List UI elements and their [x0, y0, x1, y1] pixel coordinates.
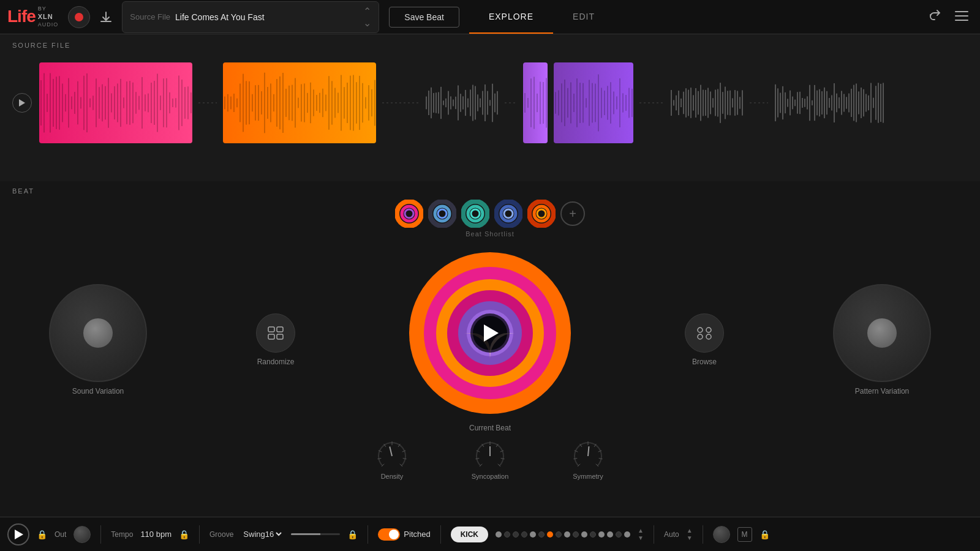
auto-arrow-up[interactable]: ▲: [687, 528, 693, 534]
auto-arrow-down[interactable]: ▼: [687, 535, 693, 541]
tempo-lock-icon[interactable]: 🔒: [179, 530, 189, 539]
beat-dot-8[interactable]: [556, 531, 562, 538]
transport-lock-icon[interactable]: 🔒: [37, 530, 47, 539]
logo-by-text: BY: [38, 6, 59, 13]
svg-rect-16: [268, 327, 274, 332]
source-file-selector[interactable]: Source File Life Comes At You Fast ⌃⌄: [122, 1, 379, 33]
waveform-container: [12, 54, 968, 152]
beat-dot-2[interactable]: [504, 531, 510, 538]
out-label: Out: [55, 530, 66, 539]
svg-rect-17: [277, 327, 283, 332]
randomize-label: Randomize: [257, 358, 295, 366]
pitched-toggle-switch[interactable]: [378, 528, 400, 541]
beat-circle[interactable]: [404, 247, 576, 419]
shortlist-item-5[interactable]: [527, 200, 556, 228]
record-button[interactable]: [68, 6, 90, 28]
auto-arrows[interactable]: ▲ ▼: [687, 528, 693, 541]
separator-2: [199, 525, 200, 544]
beat-dot-3[interactable]: [513, 531, 519, 538]
knob-indicator: [83, 318, 113, 348]
tempo-value: 110 bpm: [140, 530, 172, 539]
shortlist-add-button[interactable]: +: [560, 201, 585, 226]
sound-variation-knob[interactable]: [49, 284, 147, 382]
shortlist-item-1[interactable]: [395, 200, 423, 228]
menu-button[interactable]: [951, 6, 973, 28]
beat-dot-12[interactable]: [590, 531, 596, 538]
beat-arrow-down[interactable]: ▼: [638, 535, 644, 541]
beat-dots: [496, 531, 630, 538]
beat-dot-13[interactable]: [598, 531, 605, 538]
beat-dot-10[interactable]: [573, 531, 579, 538]
shortlist-item-4[interactable]: [494, 200, 522, 228]
shortlist-item-3[interactable]: [461, 200, 489, 228]
header: Life BY XLN AUDIO Source File Life Comes…: [0, 0, 980, 34]
beat-dot-6[interactable]: [538, 531, 545, 538]
source-play-button[interactable]: [12, 93, 32, 113]
beat-dot-16[interactable]: [624, 531, 630, 538]
shortlist-ring-5: [527, 200, 556, 228]
download-button[interactable]: [95, 6, 117, 28]
beat-dot-1[interactable]: [496, 531, 502, 538]
svg-point-28: [706, 328, 711, 332]
source-section-label: SOURCE FILE: [12, 42, 968, 49]
beat-dot-9[interactable]: [564, 531, 570, 538]
browse-button[interactable]: [685, 313, 724, 353]
browse-icon: [696, 326, 713, 340]
waveform-track: [39, 60, 968, 146]
toggle-thumb: [389, 530, 399, 539]
beat-play-icon: [484, 324, 499, 342]
groove-slider[interactable]: [291, 533, 340, 535]
randomize-button[interactable]: [256, 313, 295, 353]
pitched-toggle-area: Pitched: [378, 528, 430, 541]
beat-dot-5[interactable]: [530, 531, 536, 538]
beat-dot-7[interactable]: [547, 531, 553, 538]
svg-point-30: [706, 334, 711, 339]
beat-play-button[interactable]: [470, 313, 510, 353]
bottom-right-knob[interactable]: [713, 526, 730, 543]
share-button[interactable]: [924, 6, 946, 28]
transport-play-button[interactable]: [7, 523, 29, 545]
syncopation-knob-area: Syncopation: [466, 437, 514, 480]
beat-arrow-up[interactable]: ▲: [638, 528, 644, 534]
groove-select[interactable]: Swing16: [241, 529, 284, 539]
pitched-label: Pitched: [404, 530, 430, 539]
browse-label: Browse: [692, 358, 717, 366]
svg-point-12: [504, 209, 513, 218]
share-icon: [929, 9, 941, 21]
bottom-lock-icon[interactable]: 🔒: [760, 530, 770, 539]
syncopation-knob[interactable]: [466, 437, 514, 470]
tab-explore[interactable]: EXPLORE: [469, 0, 553, 34]
shortlist-ring-1: [395, 200, 423, 228]
tempo-label: Tempo: [111, 530, 133, 539]
menu-icon: [955, 11, 968, 21]
symmetry-knob[interactable]: [564, 437, 612, 470]
logo-byline: BY XLN AUDIO: [38, 6, 59, 29]
browse-area: Browse: [685, 313, 724, 366]
syncopation-label: Syncopation: [472, 473, 509, 480]
source-file-section: SOURCE FILE: [0, 34, 980, 181]
beat-section-label: BEAT: [12, 187, 968, 195]
beat-content: + Beat Shortlist Sound Variation: [12, 200, 968, 480]
output-knob[interactable]: [74, 526, 91, 543]
m-button[interactable]: M: [737, 527, 752, 542]
save-beat-button[interactable]: Save Beat: [389, 7, 459, 28]
shortlist-item-2[interactable]: [428, 200, 456, 228]
svg-marker-0: [19, 99, 25, 107]
kick-button[interactable]: KICK: [451, 527, 488, 542]
beat-dot-15[interactable]: [616, 531, 622, 538]
pattern-variation-knob[interactable]: [833, 284, 931, 382]
beat-dot-4[interactable]: [521, 531, 527, 538]
source-file-label: Source File: [130, 12, 170, 21]
tab-edit[interactable]: EDIT: [553, 0, 614, 34]
svg-point-3: [405, 209, 413, 218]
beat-dot-11[interactable]: [581, 531, 587, 538]
symmetry-knob-area: Symmetry: [564, 437, 612, 480]
svg-point-29: [698, 334, 703, 339]
symmetry-label: Symmetry: [573, 473, 603, 480]
separator-3: [368, 525, 368, 544]
groove-lock-icon[interactable]: 🔒: [347, 530, 358, 539]
density-knob[interactable]: [368, 437, 417, 470]
svg-rect-18: [268, 334, 274, 339]
beat-page-arrows[interactable]: ▲ ▼: [638, 528, 644, 541]
beat-dot-14[interactable]: [607, 531, 613, 538]
